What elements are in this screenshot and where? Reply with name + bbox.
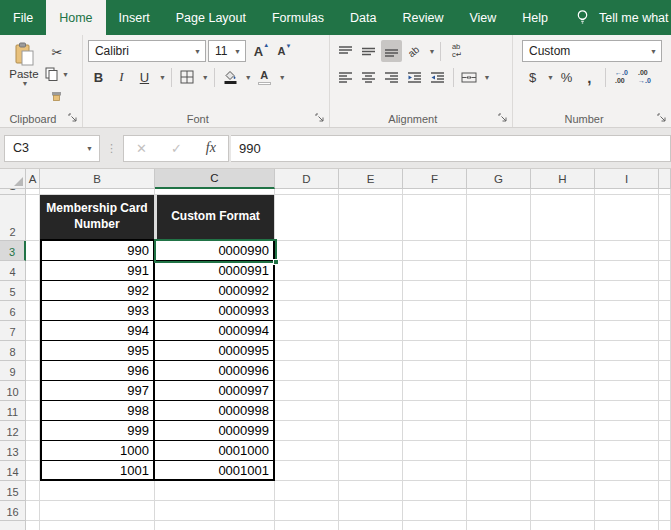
top-align-button[interactable]	[335, 40, 356, 62]
cell-D17[interactable]	[275, 521, 339, 530]
decrease-indent-button[interactable]	[404, 66, 425, 88]
cell-G3[interactable]	[467, 241, 531, 261]
cell-F10[interactable]	[403, 381, 467, 401]
cell-D6[interactable]	[275, 301, 339, 321]
cell-F4[interactable]	[403, 261, 467, 281]
cell-E6[interactable]	[339, 301, 403, 321]
cell-x11[interactable]	[659, 401, 671, 421]
cell-H10[interactable]	[531, 381, 595, 401]
cell-H9[interactable]	[531, 361, 595, 381]
cell-F9[interactable]	[403, 361, 467, 381]
select-all-corner[interactable]	[0, 169, 26, 189]
decrease-decimal-button[interactable]: .00 →.0	[634, 66, 655, 88]
copy-button[interactable]: ▼	[45, 64, 69, 84]
card-number-cell-B7[interactable]: 994	[40, 321, 155, 341]
cell-D9[interactable]	[275, 361, 339, 381]
cell-G6[interactable]	[467, 301, 531, 321]
cell-x10[interactable]	[659, 381, 671, 401]
cell-x15[interactable]	[659, 481, 671, 501]
menu-tab-help[interactable]: Help	[509, 0, 561, 35]
row-header-16[interactable]: 16	[0, 501, 26, 521]
comma-style-button[interactable]: ,	[579, 66, 600, 88]
row-header-3[interactable]: 3	[0, 241, 26, 261]
font-color-caret-icon[interactable]: ▼	[279, 74, 286, 81]
cell-G4[interactable]	[467, 261, 531, 281]
cell-I10[interactable]	[595, 381, 659, 401]
cell-G2[interactable]	[467, 195, 531, 241]
cell-A9[interactable]	[26, 361, 40, 381]
currency-button[interactable]: $	[522, 66, 543, 88]
cell-H3[interactable]	[531, 241, 595, 261]
cell-A16[interactable]	[26, 501, 40, 521]
row-header-13[interactable]: 13	[0, 441, 26, 461]
custom-format-cell-C3[interactable]: 0000990	[155, 241, 275, 261]
custom-format-cell-C8[interactable]: 0000995	[155, 341, 275, 361]
cell-H13[interactable]	[531, 441, 595, 461]
cell-E15[interactable]	[339, 481, 403, 501]
cell-H17[interactable]	[531, 521, 595, 530]
cell-A15[interactable]	[26, 481, 40, 501]
cell-D13[interactable]	[275, 441, 339, 461]
clipboard-dialog-launcher[interactable]	[68, 113, 78, 123]
custom-format-cell-C14[interactable]: 0001001	[155, 461, 275, 481]
number-dialog-launcher[interactable]	[657, 113, 667, 123]
card-number-cell-B10[interactable]: 997	[40, 381, 155, 401]
row-header-10[interactable]: 10	[0, 381, 26, 401]
cell-A6[interactable]	[26, 301, 40, 321]
menu-tab-review[interactable]: Review	[389, 0, 456, 35]
cell-I3[interactable]	[595, 241, 659, 261]
cell-G9[interactable]	[467, 361, 531, 381]
cell-A7[interactable]	[26, 321, 40, 341]
row-header-7[interactable]: 7	[0, 321, 26, 341]
fill-color-caret-icon[interactable]: ▼	[245, 74, 252, 81]
custom-format-cell-C7[interactable]: 0000994	[155, 321, 275, 341]
cell-A10[interactable]	[26, 381, 40, 401]
row-header-15[interactable]: 15	[0, 481, 26, 501]
cell-E4[interactable]	[339, 261, 403, 281]
cell-D10[interactable]	[275, 381, 339, 401]
cell-D5[interactable]	[275, 281, 339, 301]
borders-caret-icon[interactable]: ▼	[202, 74, 209, 81]
cell-A17[interactable]	[26, 521, 40, 530]
cell-G11[interactable]	[467, 401, 531, 421]
cell-E14[interactable]	[339, 461, 403, 481]
font-color-button[interactable]: A	[254, 66, 275, 88]
cell-I6[interactable]	[595, 301, 659, 321]
paste-button[interactable]: Paste ▼	[3, 40, 45, 110]
column-header-D[interactable]: D	[275, 169, 339, 189]
cell-I16[interactable]	[595, 501, 659, 521]
cell-x14[interactable]	[659, 461, 671, 481]
menu-tab-home[interactable]: Home	[46, 0, 105, 35]
table-header-custom-format[interactable]: Custom Format	[155, 195, 275, 241]
cancel-icon[interactable]: ✕	[136, 141, 147, 156]
row-header-8[interactable]: 8	[0, 341, 26, 361]
row-header-12[interactable]: 12	[0, 421, 26, 441]
cell-H5[interactable]	[531, 281, 595, 301]
cell-B15[interactable]	[40, 481, 155, 501]
insert-function-icon[interactable]: fx	[206, 140, 216, 156]
cell-A4[interactable]	[26, 261, 40, 281]
column-header-sliver[interactable]	[659, 169, 671, 189]
cell-D12[interactable]	[275, 421, 339, 441]
card-number-cell-B14[interactable]: 1001	[40, 461, 155, 481]
card-number-cell-B5[interactable]: 992	[40, 281, 155, 301]
menu-tab-insert[interactable]: Insert	[106, 0, 163, 35]
cell-E17[interactable]	[339, 521, 403, 530]
card-number-cell-B9[interactable]: 996	[40, 361, 155, 381]
column-header-F[interactable]: F	[403, 169, 467, 189]
cell-E11[interactable]	[339, 401, 403, 421]
cell-G8[interactable]	[467, 341, 531, 361]
cell-I8[interactable]	[595, 341, 659, 361]
orientation-caret-icon[interactable]: ▼	[429, 48, 436, 55]
cell-H12[interactable]	[531, 421, 595, 441]
increase-decimal-button[interactable]: ←.0 .00	[611, 66, 632, 88]
cell-E8[interactable]	[339, 341, 403, 361]
cell-I7[interactable]	[595, 321, 659, 341]
row-header-11[interactable]: 11	[0, 401, 26, 421]
cell-H14[interactable]	[531, 461, 595, 481]
italic-button[interactable]: I	[111, 66, 132, 88]
cell-E5[interactable]	[339, 281, 403, 301]
cell-x5[interactable]	[659, 281, 671, 301]
column-header-I[interactable]: I	[595, 169, 659, 189]
cell-E16[interactable]	[339, 501, 403, 521]
